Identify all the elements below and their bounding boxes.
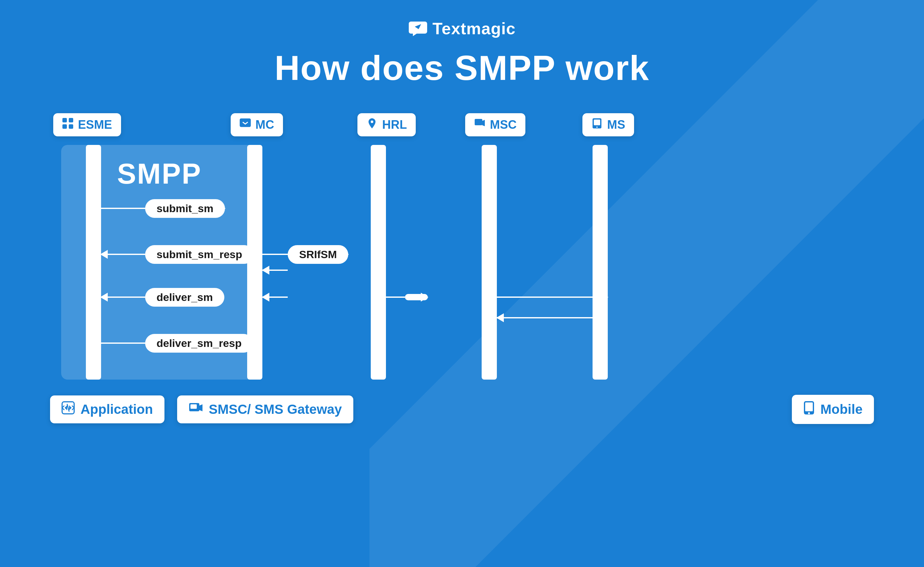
msc-label: MSC (490, 118, 516, 132)
svg-rect-15 (190, 404, 197, 409)
svg-rect-3 (69, 124, 73, 129)
hrl-pillar (371, 145, 386, 380)
svg-point-18 (808, 412, 810, 414)
svg-rect-9 (594, 120, 600, 125)
smsc-icon (189, 401, 203, 418)
svg-rect-0 (62, 118, 67, 122)
deliver-sm-resp-row: deliver_sm_resp (101, 335, 253, 351)
submit-sm-resp-line-left (101, 254, 145, 255)
svg-rect-1 (69, 118, 73, 122)
ms-pillar (592, 145, 608, 380)
ms-msc-return-row (497, 310, 608, 326)
svg-rect-2 (62, 124, 67, 129)
svg-line-13 (67, 404, 69, 411)
main-container: Textmagic How does SMPP work ESME (0, 0, 924, 567)
footer-badges: Application SMSC/ SMS Gateway (34, 395, 890, 424)
logo-icon (408, 20, 428, 37)
svg-rect-5 (240, 119, 250, 126)
submit-sm-resp-row: submit_sm_resp (101, 247, 209, 262)
hrl-badge: HRL (357, 113, 416, 136)
sequence-area: SMPP submit_sm (34, 145, 890, 405)
submit-sm-line-left (101, 208, 145, 209)
hrl-label: HRL (382, 118, 407, 132)
logo: Textmagic (408, 19, 516, 38)
header: Textmagic How does SMPP work (274, 0, 649, 88)
logo-text: Textmagic (432, 19, 516, 38)
application-badge: Application (50, 396, 165, 423)
mc-label: MC (255, 118, 274, 132)
hrl-icon (366, 118, 378, 132)
msc-badge: MSC (465, 113, 525, 136)
msc-ms-row (497, 289, 608, 305)
application-label: Application (81, 402, 153, 417)
esme-badge: ESME (53, 113, 121, 136)
smsc-badge: SMSC/ SMS Gateway (177, 396, 353, 423)
mobile-label: Mobile (820, 402, 862, 417)
submit-sm-row: submit_sm (101, 200, 225, 216)
submit-sm-resp-label: submit_sm_resp (145, 245, 254, 264)
deliver-sm-row: deliver_sm (101, 289, 180, 305)
svg-point-10 (596, 126, 598, 128)
srifsm-label: SRIfSM (288, 245, 348, 264)
ms-badge: MS (582, 113, 634, 136)
esme-label: ESME (78, 118, 112, 132)
mc-icon (240, 118, 251, 132)
svg-rect-17 (805, 402, 813, 411)
main-title: How does SMPP work (274, 48, 649, 88)
esme-icon (62, 118, 74, 132)
esme-pillar (86, 145, 101, 380)
msc-pillar (482, 145, 497, 380)
svg-point-6 (371, 120, 373, 123)
diagram-area: ESME MC (34, 113, 890, 424)
svg-rect-7 (475, 119, 482, 125)
submit-sm-label: submit_sm (145, 199, 225, 218)
smsc-label: SMSC/ SMS Gateway (209, 402, 342, 417)
fsm-row (386, 289, 428, 305)
deliver-sm-label: deliver_sm (145, 288, 224, 307)
ms-icon (591, 118, 603, 132)
msc-icon (474, 118, 486, 132)
deliver-sm-resp-label: deliver_sm_resp (145, 334, 253, 353)
ms-label: MS (607, 118, 625, 132)
srifsm-row: SRIfSM (262, 247, 348, 262)
mobile-icon (803, 400, 814, 418)
application-icon (62, 401, 75, 418)
mobile-badge: Mobile (792, 395, 874, 424)
mc-badge: MC (231, 113, 283, 136)
